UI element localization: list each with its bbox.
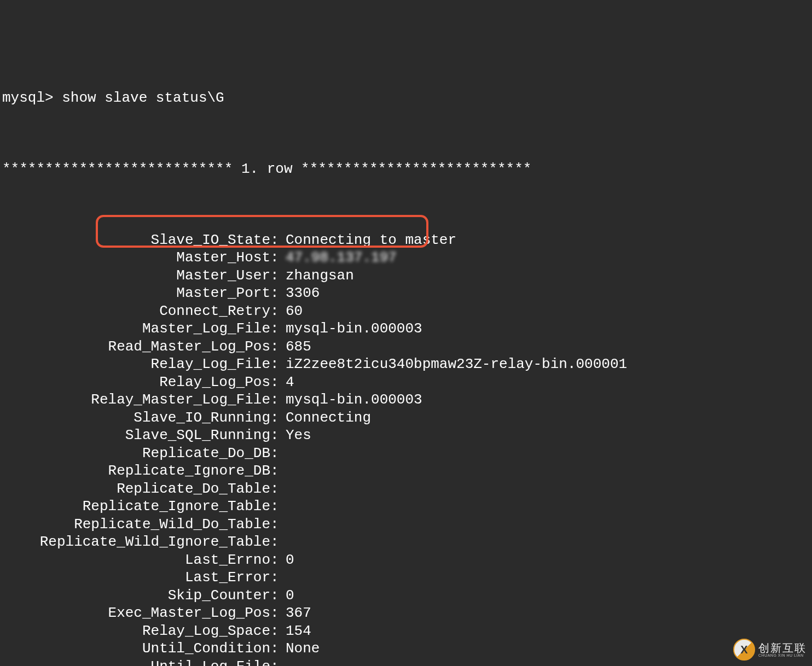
- field-value: zhangsan: [286, 267, 354, 285]
- field-separator: :: [270, 409, 286, 427]
- field-label: Master_User: [2, 267, 270, 285]
- field-separator: :: [270, 391, 286, 409]
- sql-command: show slave status\G: [62, 89, 224, 107]
- field-value: 3306: [286, 284, 320, 302]
- field-separator: :: [270, 604, 286, 622]
- field-separator: :: [270, 658, 286, 667]
- field-value: 154: [286, 622, 311, 640]
- status-row: Master_Log_File: mysql-bin.000003: [2, 320, 810, 338]
- status-row: Replicate_Wild_Ignore_Table:: [2, 533, 810, 551]
- field-label: Read_Master_Log_Pos: [2, 338, 270, 356]
- watermark-logo-icon: X: [733, 639, 755, 661]
- terminal-output[interactable]: 1 row in set (0.00 sec) mysql> show slav…: [0, 0, 812, 666]
- field-value: 367: [286, 604, 311, 622]
- field-label: Replicate_Ignore_DB: [2, 462, 270, 480]
- field-separator: :: [270, 622, 286, 640]
- field-separator: :: [270, 284, 286, 302]
- field-label: Master_Log_File: [2, 320, 270, 338]
- field-label: Slave_IO_Running: [2, 409, 270, 427]
- status-row: Exec_Master_Log_Pos: 367: [2, 604, 810, 622]
- field-label: Slave_IO_State: [2, 231, 270, 249]
- status-row: Relay_Master_Log_File: mysql-bin.000003: [2, 391, 810, 409]
- status-row: Master_User: zhangsan: [2, 267, 810, 285]
- field-label: Slave_SQL_Running: [2, 427, 270, 445]
- field-separator: :: [270, 551, 286, 569]
- field-value: iZ2zee8t2icu340bpmaw23Z-relay-bin.000001: [286, 355, 627, 373]
- status-row: Relay_Log_Pos: 4: [2, 373, 810, 392]
- field-separator: :: [270, 445, 286, 463]
- watermark: X 创新互联 CHUANG XIN HU LIAN: [733, 639, 807, 661]
- field-label: Relay_Log_File: [2, 355, 270, 373]
- field-label: Replicate_Do_Table: [2, 480, 270, 498]
- field-value: 60: [286, 302, 303, 320]
- status-row: Slave_IO_State: Connecting to master: [2, 231, 810, 249]
- field-separator: :: [270, 249, 286, 267]
- status-row: Master_Port: 3306: [2, 284, 810, 302]
- mysql-prompt: mysql>: [2, 89, 54, 107]
- field-label: Last_Error: [2, 569, 270, 587]
- field-value: Connecting to master: [286, 231, 456, 249]
- field-label: Replicate_Wild_Ignore_Table: [2, 533, 270, 551]
- status-row: Replicate_Do_Table:: [2, 480, 810, 498]
- field-separator: :: [270, 640, 286, 658]
- prompt-line: mysql> show slave status\G: [2, 89, 810, 107]
- status-row: Last_Errno: 0: [2, 551, 810, 569]
- field-separator: :: [270, 373, 286, 392]
- status-row: Last_Error:: [2, 569, 810, 587]
- field-value: 0: [286, 551, 294, 569]
- field-separator: :: [270, 338, 286, 356]
- field-label: Connect_Retry: [2, 302, 270, 320]
- field-label: Until_Log_File: [2, 658, 270, 667]
- field-label: Replicate_Wild_Do_Table: [2, 516, 270, 534]
- field-separator: :: [270, 587, 286, 605]
- field-separator: :: [270, 231, 286, 249]
- field-label: Master_Host: [2, 249, 270, 267]
- status-row: Read_Master_Log_Pos: 685: [2, 338, 810, 356]
- field-value: Yes: [286, 427, 311, 445]
- status-row: Until_Log_File:: [2, 658, 810, 667]
- field-separator: :: [270, 320, 286, 338]
- field-separator: :: [270, 302, 286, 320]
- field-value: mysql-bin.000003: [286, 320, 422, 338]
- status-row: Slave_SQL_Running: Yes: [2, 427, 810, 445]
- status-row: Replicate_Do_DB:: [2, 445, 810, 463]
- field-value: 0: [286, 587, 294, 605]
- status-row: Master_Host: 47.98.137.197: [2, 249, 810, 267]
- watermark-main-text: 创新互联: [758, 642, 807, 653]
- status-row: Until_Condition: None: [2, 640, 810, 658]
- field-separator: :: [270, 533, 286, 551]
- field-label: Last_Errno: [2, 551, 270, 569]
- status-row: Replicate_Wild_Do_Table:: [2, 516, 810, 534]
- status-row: Replicate_Ignore_DB:: [2, 462, 810, 480]
- field-value: None: [286, 640, 320, 658]
- status-fields: Slave_IO_State: Connecting to masterMast…: [2, 231, 810, 667]
- field-label: Relay_Log_Space: [2, 622, 270, 640]
- status-row: Connect_Retry: 60: [2, 302, 810, 320]
- field-separator: :: [270, 462, 286, 480]
- status-row: Relay_Log_Space: 154: [2, 622, 810, 640]
- field-separator: :: [270, 355, 286, 373]
- field-value: Connecting: [286, 409, 371, 427]
- watermark-sub-text: CHUANG XIN HU LIAN: [758, 653, 807, 657]
- field-separator: :: [270, 427, 286, 445]
- field-label: Replicate_Do_DB: [2, 445, 270, 463]
- field-value: 47.98.137.197: [286, 249, 397, 267]
- field-label: Master_Port: [2, 284, 270, 302]
- status-row: Slave_IO_Running: Connecting: [2, 409, 810, 427]
- field-label: Until_Condition: [2, 640, 270, 658]
- field-label: Skip_Counter: [2, 587, 270, 605]
- field-separator: :: [270, 516, 286, 534]
- status-row: Skip_Counter: 0: [2, 587, 810, 605]
- field-value: 685: [286, 338, 311, 356]
- field-label: Exec_Master_Log_Pos: [2, 604, 270, 622]
- status-row: Replicate_Ignore_Table:: [2, 498, 810, 516]
- field-label: Relay_Master_Log_File: [2, 391, 270, 409]
- status-row: Relay_Log_File: iZ2zee8t2icu340bpmaw23Z-…: [2, 355, 810, 373]
- field-separator: :: [270, 267, 286, 285]
- row-header: *************************** 1. row *****…: [2, 160, 810, 178]
- field-label: Relay_Log_Pos: [2, 373, 270, 392]
- field-label: Replicate_Ignore_Table: [2, 498, 270, 516]
- field-separator: :: [270, 498, 286, 516]
- field-separator: :: [270, 569, 286, 587]
- field-value: mysql-bin.000003: [286, 391, 422, 409]
